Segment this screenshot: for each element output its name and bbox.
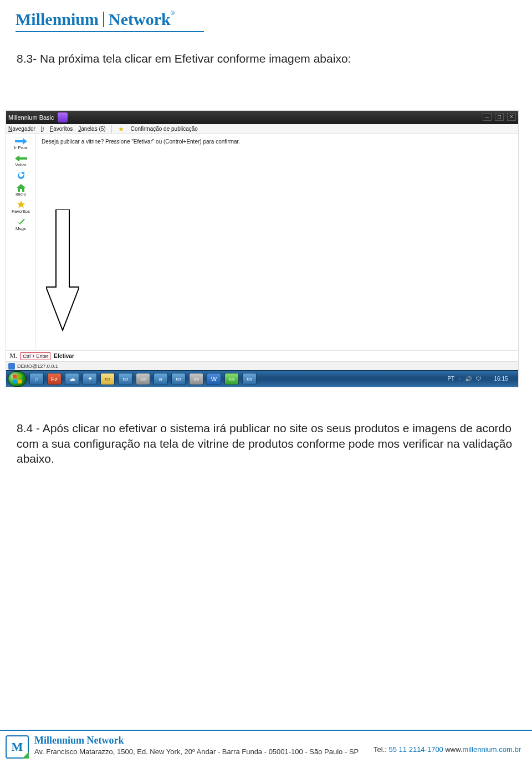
app-title-text: Millennium Basic [8, 114, 54, 121]
toolbar-label: Favoritos [12, 209, 30, 214]
svg-rect-2 [13, 380, 17, 383]
start-button[interactable] [8, 372, 26, 386]
brand-underline [16, 31, 204, 32]
task-icon-7[interactable]: ▭ [136, 373, 150, 385]
toolbar-favoritos[interactable]: Favoritos [8, 200, 34, 216]
shortcut-bar: M. Ctrl + Enter Efetivar [6, 350, 518, 361]
page-footer: M Millennium Network Av. Francisco Matar… [0, 730, 532, 763]
star-icon[interactable]: ★ [117, 125, 125, 133]
toolbar-inicio[interactable]: Início [8, 183, 34, 199]
toolbar-label: Início [16, 192, 26, 197]
task-icon-11[interactable]: W [207, 373, 221, 385]
menu-favoritos[interactable]: Favoritos [50, 126, 73, 132]
refresh-icon [15, 172, 27, 180]
minimize-button[interactable]: – [483, 113, 492, 121]
windows-taskbar: ⌂ Fz ☁ ✦ ▭ ▭ ▭ e ▭ ▭ W ▭ ▭ PT · 🔊 🛡 16:1… [6, 370, 518, 387]
reg-mark: ® [171, 10, 175, 16]
breadcrumb-tab[interactable]: Confirmação de publicação [131, 126, 198, 132]
system-tray: PT · 🔊 🛡 16:15 [447, 371, 516, 387]
app-mini-logo: M. [9, 352, 17, 360]
menu-janelas[interactable]: Janelas (5) [78, 126, 105, 132]
home-icon [15, 184, 27, 192]
app-title: Millennium Basic [8, 114, 54, 121]
toolbar-voltar[interactable]: Voltar [8, 153, 34, 170]
task-icon-1[interactable]: ⌂ [29, 373, 44, 385]
footer-site: millennium.com.br [463, 745, 521, 754]
main-content: Deseja publicar a vitrine? Pressione "Ef… [36, 134, 518, 356]
task-icon-6[interactable]: ▭ [118, 373, 132, 385]
footer-right: Tel.: 55 11 2114-1700 www.millennium.com… [374, 735, 521, 754]
window-controls: – □ × [483, 113, 516, 121]
footer-site-prefix: www. [443, 745, 463, 754]
globe-icon [8, 363, 15, 370]
left-toolbar: Ir Para Voltar [6, 134, 36, 356]
footer-tel: 55 11 2114-1700 [389, 745, 443, 754]
confirm-message: Deseja publicar a vitrine? Pressione "Ef… [42, 139, 240, 145]
brand-separator [103, 12, 104, 27]
svg-rect-3 [18, 380, 22, 383]
efetivar-button[interactable]: Efetivar [54, 353, 74, 359]
tray-icon[interactable]: 🛡 [476, 376, 482, 382]
app-icon [58, 112, 68, 122]
window-titlebar: Millennium Basic – □ × [6, 111, 518, 124]
footer-logo-tri [22, 752, 29, 759]
toolbar-irpara[interactable]: Ir Para [8, 136, 34, 152]
statusbar: DEMO@127.0.0.1 [6, 361, 518, 370]
toolbar-msgs[interactable]: Msgs [8, 217, 34, 233]
task-icon-9[interactable]: ▭ [171, 373, 186, 385]
menu-ir[interactable]: Ir [41, 126, 44, 132]
brand-header: Millennium Network® [16, 10, 516, 29]
tray-clock[interactable]: 16:15 [486, 376, 516, 382]
task-icon-8[interactable]: e [154, 373, 168, 385]
arrow-left-icon [15, 155, 27, 162]
footer-text: Millennium Network Av. Francisco Mataraz… [34, 735, 359, 756]
section-8-4-text: 8.4 - Após clicar no efetivar o sistema … [17, 421, 515, 466]
star-icon [15, 201, 27, 209]
brand-main: Millennium [16, 10, 99, 29]
toolbar-label: Msgs [16, 226, 26, 231]
menu-divider [111, 125, 112, 133]
task-icon-3[interactable]: ☁ [65, 373, 79, 385]
task-icon-13[interactable]: ▭ [242, 373, 257, 385]
status-text: DEMO@127.0.0.1 [17, 363, 58, 369]
task-icon-2[interactable]: Fz [47, 373, 62, 385]
svg-rect-1 [18, 375, 22, 378]
brand-sub: Network® [109, 10, 175, 29]
menubar: Navegador Ir Favoritos Janelas (5) ★ Con… [6, 124, 518, 134]
arrow-right-icon [15, 137, 27, 145]
tray-icon[interactable]: 🔊 [465, 376, 472, 382]
section-8-3-text: 8.3- Na próxima tela clicar em Efetivar … [17, 51, 515, 66]
footer-address: Av. Francisco Matarazzo, 1500, Ed. New Y… [34, 747, 359, 756]
close-button[interactable]: × [507, 113, 516, 121]
efetivar-accel: Ctrl + Enter [21, 352, 50, 360]
shot-bottom: M. Ctrl + Enter Efetivar DEMO@127.0.0.1 [6, 350, 518, 387]
menu-navegador[interactable]: Navegador [8, 126, 35, 132]
task-icon-4[interactable]: ✦ [83, 373, 97, 385]
annotation-down-arrow [46, 209, 79, 331]
toolbar-refresh[interactable] [8, 171, 34, 182]
footer-tel-prefix: Tel.: [374, 745, 388, 754]
check-icon [15, 218, 27, 226]
toolbar-label: Ir Para [14, 145, 27, 150]
app-body: Ir Para Voltar [6, 134, 518, 356]
app-screenshot: Millennium Basic – □ × Navegador Ir Favo… [6, 110, 519, 387]
svg-rect-0 [13, 375, 17, 378]
task-icon-10[interactable]: ▭ [189, 373, 203, 385]
footer-company: Millennium Network [34, 735, 359, 745]
task-icon-12[interactable]: ▭ [224, 373, 239, 385]
task-icon-5[interactable]: ▭ [100, 373, 115, 385]
maximize-button[interactable]: □ [495, 113, 504, 121]
tray-lang[interactable]: PT [447, 376, 454, 382]
brand-sub-text: Network [109, 10, 171, 28]
tray-sep: · [459, 376, 461, 382]
footer-logo: M [6, 735, 29, 759]
toolbar-label: Voltar [15, 162, 26, 167]
